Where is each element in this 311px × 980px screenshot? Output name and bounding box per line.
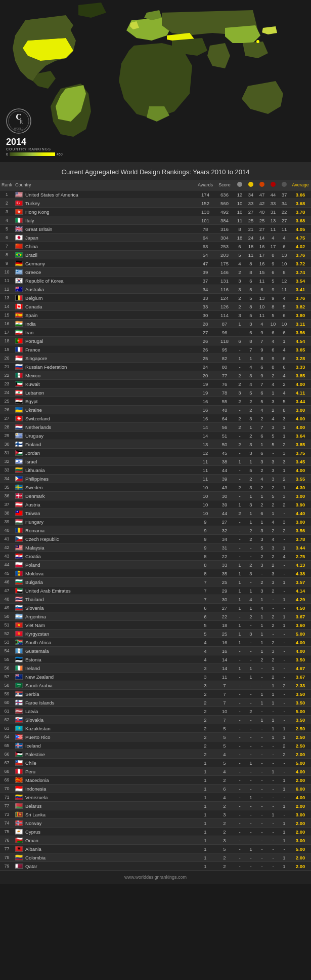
country-name: Denmark: [25, 493, 45, 499]
avg-cell: 3.80: [290, 311, 311, 320]
col4-cell: 2: [268, 561, 279, 569]
col1-cell: -: [234, 526, 245, 535]
avg-cell: 3.50: [290, 698, 311, 707]
rank-cell: 67: [0, 759, 14, 767]
flag-icon: 🇵🇪: [15, 769, 23, 774]
col1-cell: -: [234, 845, 245, 853]
avg-cell: 4.67: [290, 664, 311, 673]
avg-cell: 4.00: [290, 647, 311, 655]
table-row: 46 🇧🇬 Bulgaria 7 25 1 - 2 3 1 3.57: [0, 578, 311, 586]
table-row: 71 🇻🇪 Venezuela 1 4 - 1 - - - 4.00: [0, 793, 311, 802]
table-row: 58 🇸🇦 Saudi Arabia 3 7 - - - 1 2 2.33: [0, 681, 311, 690]
awards-cell: 7: [196, 595, 215, 604]
country-cell: 🇲🇩 Moldova: [14, 569, 196, 578]
avg-cell: 3.41: [290, 285, 311, 294]
col3-cell: 1: [256, 647, 268, 655]
country-cell: 🇭🇷 Croatia: [14, 552, 196, 561]
col2-cell: 33: [245, 199, 256, 208]
score-cell: 146: [215, 268, 234, 277]
score-cell: 203: [215, 251, 234, 259]
col4-cell: 2: [268, 673, 279, 681]
col3-cell: -: [256, 785, 268, 793]
col4-cell: 2: [268, 655, 279, 664]
avg-cell: 3.55: [290, 475, 311, 483]
country-name: Finland: [25, 442, 41, 447]
table-row: 76 🇴🇲 Oman 1 3 - - - - 1 3.00: [0, 836, 311, 845]
col4-cell: 2: [268, 552, 279, 561]
rank-cell: 57: [0, 673, 14, 681]
country-cell: 🇬🇹 Guatemala: [14, 647, 196, 655]
col1-cell: -: [234, 698, 245, 707]
col2-cell: 34: [245, 190, 256, 199]
table-row: 28 🇳🇱 Netherlands 14 56 2 1 7 3 1 4.00: [0, 423, 311, 432]
awards-cell: 1: [196, 853, 215, 862]
awards-cell: 8: [196, 561, 215, 569]
country-cell: 🇧🇾 Belarus: [14, 802, 196, 810]
col2-cell: 1: [245, 604, 256, 612]
col5-cell: 1: [279, 724, 290, 733]
country-cell: 🇨🇳 China: [14, 242, 196, 251]
score-cell: 7: [215, 716, 234, 724]
avg-cell: 3.11: [290, 320, 311, 328]
rank-cell: 53: [0, 638, 14, 647]
avg-cell: 3.44: [290, 397, 311, 406]
avg-cell: 4.38: [290, 569, 311, 578]
rank-cell: 49: [0, 604, 14, 612]
col2-cell: 3: [245, 569, 256, 578]
flag-icon: 🇸🇪: [15, 485, 23, 490]
col2-cell: 2: [245, 432, 256, 440]
col5-cell: 6: [279, 328, 290, 337]
col3-cell: 10: [256, 302, 268, 311]
footer-url: www.worlddesignrankings.com: [0, 871, 311, 884]
col5-cell: 4: [279, 294, 290, 302]
avg-cell: 2.00: [290, 802, 311, 810]
table-row: 23 🇰🇼 Kuwait 19 76 2 4 7 4 2 4.00: [0, 380, 311, 388]
col2-cell: -: [245, 621, 256, 630]
rank-cell: 50: [0, 612, 14, 621]
col1-cell: -: [234, 363, 245, 371]
awards-cell: 4: [196, 655, 215, 664]
flag-icon: 🇪🇬: [15, 399, 23, 404]
flag-icon: 🇩🇰: [15, 493, 23, 499]
col5-cell: -: [279, 664, 290, 673]
awards-header: Awards: [196, 180, 215, 190]
col3-cell: 1: [256, 595, 268, 604]
awards-cell: 19: [196, 388, 215, 397]
table-row: 55 🇪🇪 Estonia 4 14 - - 2 2 - 3.50: [0, 655, 311, 664]
col5-cell: 27: [279, 216, 290, 225]
awards-cell: 10: [196, 509, 215, 518]
country-name: Slovakia: [25, 717, 43, 723]
country-name: Turkey: [25, 201, 40, 206]
col4-cell: -: [268, 595, 279, 604]
country-name: Poland: [25, 562, 40, 568]
col3-cell: 6: [256, 388, 268, 397]
col5-cell: 12: [279, 277, 290, 285]
col3-cell: 1: [256, 716, 268, 724]
rank-cell: 18: [0, 337, 14, 345]
col4-cell: 1: [268, 664, 279, 673]
flag-icon: 🇧🇬: [15, 579, 23, 585]
score-cell: 2: [215, 853, 234, 862]
col1-cell: 8: [234, 225, 245, 233]
country-cell: 🇦🇪 United Arab Emirates: [14, 586, 196, 595]
country-cell: 🇸🇦 Saudi Arabia: [14, 681, 196, 690]
avg-cell: 4.13: [290, 561, 311, 569]
col4-cell: 3: [268, 578, 279, 586]
country-cell: 🇵🇸 Palestine: [14, 750, 196, 759]
rank-cell: 51: [0, 621, 14, 630]
avg-cell: 3.74: [290, 268, 311, 277]
awards-cell: 101: [196, 216, 215, 225]
score-cell: 116: [215, 285, 234, 294]
col2-cell: -: [245, 767, 256, 776]
col1-cell: -: [234, 535, 245, 543]
country-cell: 🇨🇴 Colombia: [14, 853, 196, 862]
awards-cell: 6: [196, 612, 215, 621]
col4-cell: 1: [268, 698, 279, 707]
col1-cell: 18: [234, 233, 245, 242]
rank-cell: 76: [0, 836, 14, 845]
col3-cell: 17: [256, 251, 268, 259]
col5-cell: 3: [279, 414, 290, 423]
country-name: Germany: [25, 261, 45, 266]
col3-cell: 1: [256, 630, 268, 638]
country-name: Israel: [25, 459, 37, 464]
